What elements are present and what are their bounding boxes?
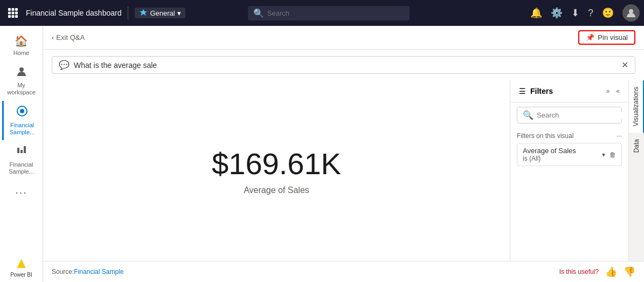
filters-search-icon: 🔍	[523, 110, 534, 120]
svg-point-9	[629, 9, 633, 13]
filters-on-visual-label: Filters on this visual	[517, 132, 573, 140]
filters-collapse-icon[interactable]: «	[616, 87, 620, 95]
top-navigation: Financial Sample dashboard General ▾ 🔍 🔔…	[0, 0, 644, 26]
help-icon[interactable]: ?	[588, 8, 593, 19]
sidebar-workspace-label: My workspace	[4, 82, 39, 96]
download-icon[interactable]: ⬇	[571, 7, 579, 19]
filter-item-label: Average of Sales	[523, 147, 598, 155]
badge-label: General	[150, 9, 175, 17]
nav-icon-group: 🔔 ⚙️ ⬇ ? 🙂	[530, 4, 640, 22]
qna-toolbar: ‹ Exit Q&A 📌 Pin visual	[43, 26, 644, 50]
filters-header: ☰ Filters » «	[510, 80, 628, 102]
chart-label: Average of Sales	[244, 185, 309, 195]
sidebar-item-financial-dashboard[interactable]: Financial Sample...	[2, 101, 41, 140]
filter-item-chevron[interactable]: ▾	[602, 151, 605, 159]
svg-rect-8	[15, 15, 18, 18]
badge-chevron: ▾	[177, 9, 181, 17]
sidebar-more-button[interactable]: ···	[2, 182, 41, 203]
nav-badge[interactable]: General ▾	[135, 8, 185, 18]
filter-icon: ☰	[519, 87, 526, 95]
smiley-icon[interactable]: 🙂	[602, 7, 614, 19]
filters-expand-icon[interactable]: »	[606, 87, 610, 95]
report-icon	[16, 145, 27, 159]
back-chevron-icon: ‹	[52, 33, 54, 42]
filters-on-visual-section: Filters on this visual ··· Average of Sa…	[510, 128, 628, 170]
home-icon: 🏠	[15, 35, 28, 47]
app-title: Financial Sample dashboard	[26, 9, 121, 17]
side-tabs-panel: Visualizations Data	[628, 80, 644, 261]
svg-rect-6	[8, 15, 11, 18]
sidebar-financial-dashboard-label: Financial Sample...	[6, 122, 39, 136]
sidebar-home-label: Home	[13, 50, 29, 57]
pin-icon: 📌	[586, 33, 594, 42]
is-useful-label: Is this useful?	[559, 268, 599, 276]
svg-rect-1	[12, 8, 15, 11]
svg-rect-13	[17, 148, 19, 153]
svg-rect-0	[8, 8, 11, 11]
footer: Source: Financial Sample Is this useful?…	[43, 261, 644, 282]
qna-input[interactable]	[74, 61, 617, 70]
power-bi-label: Power BI	[10, 272, 32, 278]
qna-bubble-icon: 💬	[59, 60, 70, 70]
svg-rect-5	[15, 12, 18, 15]
search-icon: 🔍	[253, 8, 264, 18]
pin-visual-button[interactable]: 📌 Pin visual	[578, 30, 635, 45]
qna-input-container[interactable]: 💬 ✕	[52, 56, 635, 74]
sidebar-item-my-workspace[interactable]: My workspace	[2, 61, 41, 100]
power-bi-logo-container: ▲ Power BI	[10, 255, 32, 278]
tab-data[interactable]: Data	[629, 133, 644, 159]
power-bi-icon: ▲	[14, 255, 29, 272]
exit-qna-label: Exit Q&A	[56, 33, 85, 42]
pin-visual-label: Pin visual	[598, 33, 628, 42]
filter-item: Average of Sales is (All) ▾ 🗑	[517, 143, 622, 166]
thumbs-up-icon[interactable]: 👍	[605, 266, 617, 278]
sidebar-item-home[interactable]: 🏠 Home	[2, 30, 41, 61]
filter-item-content: Average of Sales is (All)	[523, 147, 598, 162]
exit-qna-button[interactable]: ‹ Exit Q&A	[52, 33, 85, 42]
global-search-bar[interactable]: 🔍	[248, 6, 410, 20]
svg-rect-15	[24, 146, 26, 153]
nav-divider	[128, 6, 128, 19]
filters-on-visual-header: Filters on this visual ···	[517, 132, 622, 140]
apps-icon[interactable]	[4, 4, 22, 22]
chart-area: $169.61K Average of Sales	[43, 80, 510, 261]
person-icon	[16, 65, 27, 80]
footer-source-prefix: Source:	[52, 268, 74, 276]
filter-item-clear-icon[interactable]: 🗑	[610, 151, 616, 159]
thumbs-down-icon[interactable]: 👎	[624, 266, 635, 278]
bell-icon[interactable]: 🔔	[530, 7, 542, 19]
filters-search-container[interactable]: 🔍	[517, 107, 622, 123]
filters-title: Filters	[530, 87, 602, 95]
content-area: $169.61K Average of Sales ☰ Filters » « …	[43, 80, 644, 261]
svg-point-10	[19, 67, 24, 72]
svg-rect-7	[12, 15, 15, 18]
filters-search-input[interactable]	[537, 111, 627, 119]
tab-visualizations-label: Visualizations	[632, 87, 640, 126]
avatar[interactable]	[622, 4, 640, 22]
sidebar-financial-report-label: Financial Sample...	[4, 161, 39, 175]
svg-rect-4	[12, 12, 15, 15]
main-content: ‹ Exit Q&A 📌 Pin visual 💬 ✕ $169.61K Ave…	[43, 26, 644, 282]
global-search-input[interactable]	[267, 9, 404, 17]
svg-rect-14	[20, 150, 23, 153]
footer-source-link[interactable]: Financial Sample	[74, 268, 123, 276]
chart-value: $169.61K	[212, 146, 341, 181]
svg-rect-3	[8, 12, 11, 15]
qna-close-icon[interactable]: ✕	[621, 60, 628, 70]
settings-icon[interactable]: ⚙️	[551, 7, 563, 19]
filter-item-value: is (All)	[523, 155, 598, 162]
sidebar-item-financial-report[interactable]: Financial Sample...	[2, 140, 41, 180]
svg-point-12	[20, 109, 24, 113]
tab-visualizations[interactable]: Visualizations	[629, 80, 644, 133]
more-icon: ···	[15, 186, 27, 198]
tab-data-label: Data	[633, 139, 640, 153]
dashboard-icon	[16, 105, 28, 120]
svg-rect-2	[15, 8, 18, 11]
filters-more-icon[interactable]: ···	[617, 132, 622, 140]
sidebar: 🏠 Home My workspace Financial Sample...	[0, 26, 43, 282]
footer-right: Is this useful? 👍 👎	[559, 266, 635, 278]
filters-panel: ☰ Filters » « 🔍 Filters on this visual ·…	[510, 80, 628, 261]
